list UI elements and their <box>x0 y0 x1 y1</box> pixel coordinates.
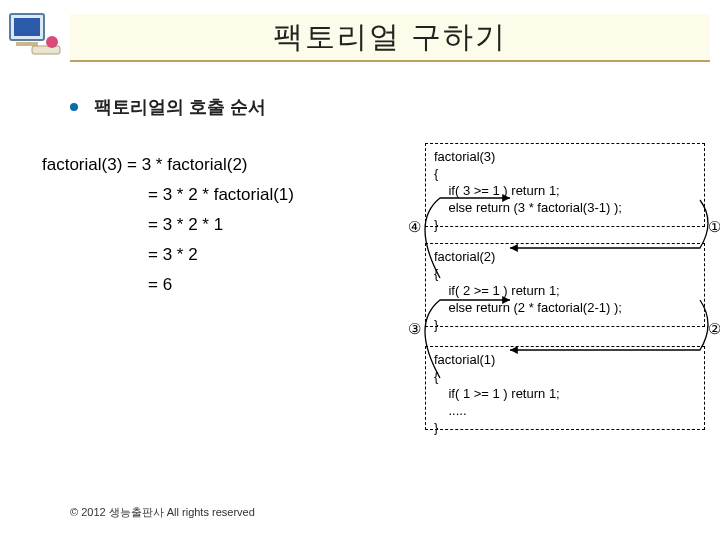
svg-rect-1 <box>14 18 40 36</box>
bullet-heading: 팩토리얼의 호출 순서 <box>70 95 266 119</box>
code-line: else return (3 * factorial(3-1) ); <box>434 199 696 216</box>
derivation-line: = 3 * 2 * factorial(1) <box>42 180 294 210</box>
code-box-factorial-1: factorial(1) { if( 1 >= 1 ) return 1; ..… <box>425 346 705 430</box>
code-line: if( 3 >= 1 ) return 1; <box>434 182 696 199</box>
slide: 팩토리얼 구하기 팩토리얼의 호출 순서 factorial(3) = 3 * … <box>0 0 720 540</box>
svg-rect-3 <box>32 46 60 54</box>
derivation-line: factorial(3) = 3 * factorial(2) <box>42 150 294 180</box>
code-line: if( 2 >= 1 ) return 1; <box>434 282 696 299</box>
code-line: } <box>434 316 696 333</box>
code-line: ..... <box>434 402 696 419</box>
slide-title: 팩토리얼 구하기 <box>273 17 507 58</box>
code-line: { <box>434 368 696 385</box>
derivation-line: = 6 <box>42 270 294 300</box>
step-number-4: ④ <box>408 218 421 236</box>
step-number-1: ① <box>708 218 720 236</box>
computer-icon <box>4 8 64 58</box>
code-box-factorial-2: factorial(2) { if( 2 >= 1 ) return 1; el… <box>425 243 705 327</box>
derivation-block: factorial(3) = 3 * factorial(2) = 3 * 2 … <box>42 150 294 300</box>
code-box-factorial-3: factorial(3) { if( 3 >= 1 ) return 1; el… <box>425 143 705 227</box>
step-number-2: ② <box>708 320 720 338</box>
title-bar: 팩토리얼 구하기 <box>70 14 710 62</box>
derivation-line: = 3 * 2 <box>42 240 294 270</box>
copyright-text: © 2012 생능출판사 All rights reserved <box>70 505 255 520</box>
svg-point-4 <box>46 36 58 48</box>
code-line: { <box>434 165 696 182</box>
code-line: factorial(3) <box>434 148 696 165</box>
svg-rect-2 <box>16 42 38 46</box>
code-line: factorial(1) <box>434 351 696 368</box>
step-number-3: ③ <box>408 320 421 338</box>
code-line: if( 1 >= 1 ) return 1; <box>434 385 696 402</box>
bullet-text: 팩토리얼의 호출 순서 <box>94 95 266 119</box>
code-line: { <box>434 265 696 282</box>
bullet-icon <box>70 103 78 111</box>
derivation-line: = 3 * 2 * 1 <box>42 210 294 240</box>
code-line: else return (2 * factorial(2-1) ); <box>434 299 696 316</box>
code-line: factorial(2) <box>434 248 696 265</box>
code-line: } <box>434 216 696 233</box>
code-line: } <box>434 419 696 436</box>
